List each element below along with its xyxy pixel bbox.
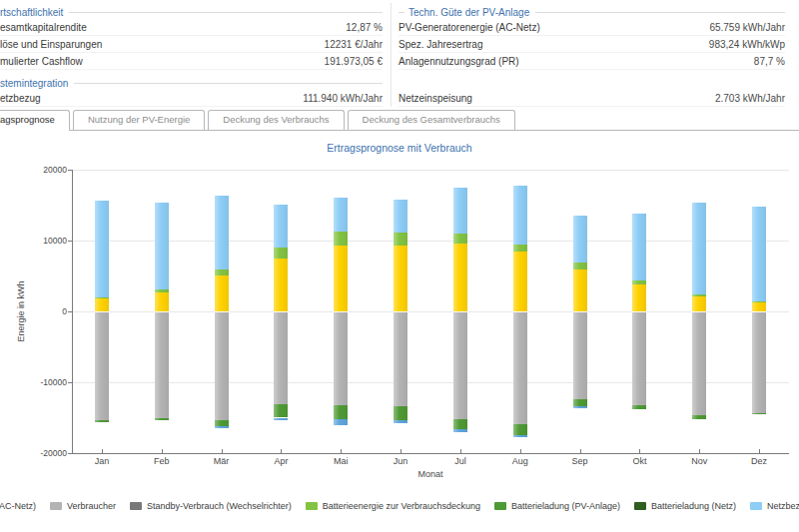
x-tick-label: Jul — [440, 456, 480, 466]
bar-segment — [394, 233, 407, 246]
stat-value: 12231 €/Jahr — [325, 39, 383, 50]
legend-label: PV-Generatorenergie (AC-Netz) — [0, 501, 36, 511]
x-tick-label: Aug — [500, 456, 540, 466]
bar-segment — [155, 203, 169, 289]
legend-label: Netzbezug — [767, 501, 799, 511]
tab-deckung-des-gesamtverbrauchs[interactable]: Deckung des Gesamtverbrauchs — [348, 110, 515, 130]
bar-segment — [692, 415, 706, 418]
bar-segment — [692, 294, 706, 296]
bar-segment — [752, 207, 766, 301]
stat-label: Spez. Jahresertrag — [399, 39, 483, 50]
legend-item: Batterieladung (PV-Anlage) — [494, 501, 620, 511]
bar-segment — [95, 201, 109, 297]
legend-label: Verbraucher — [67, 501, 116, 511]
x-tick-label: Mär — [202, 456, 242, 466]
bar-segment — [274, 205, 288, 248]
x-tick-mark — [341, 449, 342, 453]
stat-value: 983,24 kWh/kWp — [709, 39, 785, 50]
bar-segment — [394, 420, 407, 423]
x-tick-mark — [102, 449, 103, 453]
stat-value: 191.973,05 € — [325, 56, 383, 67]
legend-swatch — [750, 502, 762, 510]
section-header: stemintegration — [0, 76, 383, 90]
bar-segment — [334, 232, 348, 245]
x-tick-mark — [699, 449, 700, 453]
section-title: rtschaftlichkeit — [0, 7, 63, 18]
bar-segment — [573, 406, 587, 408]
x-tick-label: Jan — [82, 456, 122, 466]
x-tick-mark — [162, 449, 163, 453]
section-systemintegration: stemintegration etzbezug 111.940 kWh/Jah… — [0, 76, 383, 107]
bar-segment — [215, 426, 229, 427]
chart-legend: PV-Generatorenergie (AC-Netz)Verbraucher… — [0, 501, 799, 511]
x-tick-mark — [520, 449, 521, 453]
result-tabbar: rtragsprognose Nutzung der PV-Energie De… — [0, 110, 799, 131]
bar-segment — [692, 203, 706, 294]
bar-segment — [274, 418, 288, 420]
x-tick-mark — [460, 449, 461, 453]
bar-segment — [453, 188, 467, 233]
x-tick-mark — [580, 449, 581, 453]
tab-deckung-des-verbrauchs[interactable]: Deckung des Verbrauchs — [208, 110, 344, 130]
x-tick-label: Nov — [679, 456, 719, 466]
tab-nutzung-der-pv-energie[interactable]: Nutzung der PV-Energie — [73, 110, 205, 130]
legend-item: Batterieladung (Netz) — [634, 501, 736, 511]
bar-segment — [692, 296, 706, 311]
bar-segment — [95, 311, 109, 420]
legend-item: Standby-Verbrauch (Wechselrichter) — [130, 501, 292, 511]
x-tick-mark — [281, 449, 282, 453]
legend-label: Batterieladung (PV-Anlage) — [511, 501, 620, 511]
stat-value: 65.759 kWh/Jahr — [709, 22, 785, 33]
bar-segment — [453, 429, 467, 432]
tab-ertragsprognose[interactable]: rtragsprognose — [0, 110, 70, 131]
bar-segment — [513, 424, 527, 435]
x-tick-label: Mai — [321, 456, 361, 466]
yield-forecast-chart: Ertragsprognose mit Verbrauch Energie in… — [0, 130, 799, 532]
legend-label: Standby-Verbrauch (Wechselrichter) — [147, 501, 292, 511]
bar-segment — [155, 292, 169, 311]
x-tick-label: Feb — [142, 456, 182, 466]
section-right-second: Netzeinspeisung 2.703 kWh/Jahr — [399, 76, 785, 107]
bar-segment — [155, 311, 169, 418]
section-header: rtschaftlichkeit — [0, 5, 383, 19]
bar-segment — [334, 405, 348, 419]
gridline — [72, 170, 789, 171]
bar-segment — [274, 311, 288, 404]
stat-label: Netzeinspeisung — [399, 93, 472, 104]
stat-row-netzbezug: etzbezug 111.940 kWh/Jahr — [0, 90, 383, 107]
bar-segment — [95, 297, 109, 298]
x-tick-label: Jun — [381, 456, 420, 466]
legend-item: Batterieenergie zur Verbrauchsdeckung — [306, 501, 480, 511]
header-rule — [399, 12, 404, 13]
bar-segment — [274, 248, 288, 259]
header-rule — [535, 12, 785, 13]
bar-segment — [155, 289, 169, 292]
stat-label: mulierter Cashflow — [0, 56, 83, 67]
legend-item: Netzbezug — [750, 501, 799, 511]
legend-item: PV-Generatorenergie (AC-Netz) — [0, 501, 36, 511]
x-tick-label: Okt — [619, 456, 659, 466]
y-tick-label: 20000 — [27, 165, 67, 175]
bar-segment — [274, 404, 288, 417]
section-title: Techn. Güte der PV-Anlage — [408, 7, 529, 18]
y-tick-label: -10000 — [27, 377, 67, 387]
bar-segment — [215, 269, 229, 275]
legend-label: Batterieenergie zur Verbrauchsdeckung — [323, 501, 480, 511]
x-axis-line — [72, 453, 789, 454]
stat-row-gesamtkapitalrendite: esamtkapitalrendite 12,87 % — [0, 19, 383, 36]
chart-title: Ertragsprognose mit Verbrauch — [72, 142, 727, 154]
bar-segment — [453, 244, 467, 311]
section-techn-guete: Techn. Güte der PV-Anlage PV-Generatoren… — [399, 5, 785, 70]
header-rule — [69, 12, 383, 13]
bar-segment — [215, 275, 229, 311]
bar-segment — [513, 245, 527, 253]
bar-segment — [215, 196, 229, 270]
bar-segment — [155, 418, 169, 420]
bar-segment — [573, 263, 587, 269]
stat-label: Anlagennutzungsgrad (PR) — [399, 56, 519, 67]
header-rule — [74, 83, 383, 84]
bar-segment — [513, 252, 527, 311]
bar-segment — [453, 311, 467, 419]
stat-row-jahresertrag: Spez. Jahresertrag 983,24 kWh/kWp — [399, 36, 785, 53]
bar-segment — [692, 311, 706, 415]
